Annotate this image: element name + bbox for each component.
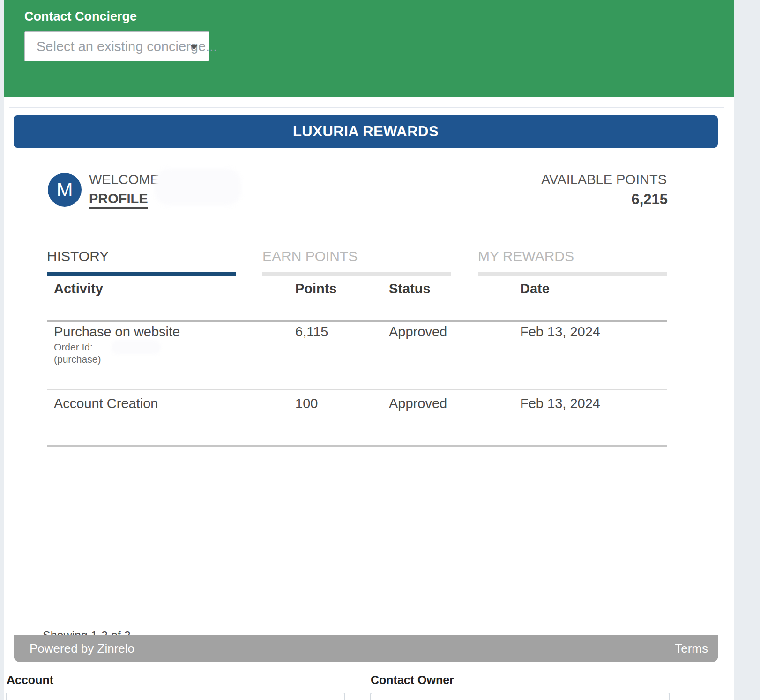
profile-link[interactable]: PROFILE: [89, 191, 148, 209]
concierge-select[interactable]: Select an existing concierge...: [24, 31, 209, 61]
contact-owner-field-label: Contact Owner: [371, 673, 454, 687]
cell-activity-purchase-tag: (purchase): [54, 354, 101, 365]
cell-activity: Purchase on website: [54, 324, 180, 340]
column-header-activity: Activity: [54, 281, 103, 297]
page-gutter-left: [0, 0, 4, 700]
avatar-initial: M: [57, 179, 73, 201]
welcome-label: WELCOME: [89, 172, 159, 187]
cell-activity-order-id: Order Id:: [54, 342, 93, 353]
tab-my-rewards-label: MY REWARDS: [478, 248, 667, 264]
section-divider: [9, 107, 724, 108]
column-header-status: Status: [389, 281, 431, 297]
table-header-divider: [47, 320, 667, 322]
column-header-points: Points: [295, 281, 337, 297]
cell-date: Feb 13, 2024: [520, 396, 600, 411]
tab-history-underline: [47, 272, 236, 276]
cell-status: Approved: [389, 396, 447, 411]
cell-activity: Account Creation: [54, 396, 158, 411]
tab-history-label: HISTORY: [47, 248, 236, 264]
redacted-order-id: [112, 340, 161, 354]
tab-history[interactable]: HISTORY: [47, 248, 236, 276]
available-points-value: 6,215: [631, 191, 668, 208]
rewards-widget-header: LUXURIA REWARDS: [14, 115, 718, 148]
cell-status: Approved: [389, 324, 447, 340]
cell-date: Feb 13, 2024: [520, 324, 600, 340]
tab-earn-points-label: EARN POINTS: [262, 248, 451, 264]
page-gutter-right: [734, 0, 760, 700]
powered-by-link[interactable]: Powered by Zinrelo: [30, 635, 134, 662]
avatar: M: [48, 173, 82, 207]
terms-link[interactable]: Terms: [675, 635, 708, 662]
redacted-user-name: [155, 169, 241, 205]
cell-points: 6,115: [295, 324, 328, 340]
widget-footer-bar: Powered by Zinrelo Terms: [14, 635, 718, 662]
table-bottom-divider: [47, 445, 667, 447]
table-row-divider: [47, 389, 667, 390]
tab-earn-points-underline: [262, 272, 451, 276]
tab-earn-points[interactable]: EARN POINTS: [262, 248, 451, 276]
contact-concierge-panel: Contact Concierge Select an existing con…: [4, 0, 734, 97]
contact-owner-input[interactable]: [370, 693, 670, 700]
rewards-widget-title: LUXURIA REWARDS: [14, 115, 718, 148]
contact-concierge-label: Contact Concierge: [24, 9, 137, 24]
chevron-down-icon: [190, 45, 198, 50]
account-field-label: Account: [7, 673, 53, 687]
available-points-label: AVAILABLE POINTS: [541, 172, 667, 187]
account-input[interactable]: [6, 693, 345, 700]
column-header-date: Date: [520, 281, 550, 297]
cell-points: 100: [295, 396, 318, 411]
tab-my-rewards[interactable]: MY REWARDS: [478, 248, 667, 276]
tab-my-rewards-underline: [478, 272, 667, 276]
page: Contact Concierge Select an existing con…: [0, 0, 760, 700]
